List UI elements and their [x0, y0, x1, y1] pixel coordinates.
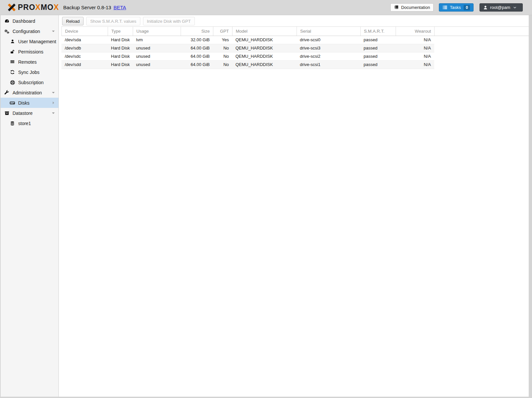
- grid-body: /dev/sdaHard Disklvm32.00 GiBYesQEMU_HAR…: [61, 36, 529, 69]
- app-window: PROXMOX Backup Server 0.8-13 BETA Docume…: [0, 0, 532, 398]
- hdd-icon: [10, 100, 15, 106]
- column-header-usage[interactable]: Usage: [133, 27, 181, 36]
- chevron-down-icon: [513, 6, 517, 10]
- sidebar-item-label: Permissions: [18, 49, 43, 54]
- chevron-down-icon[interactable]: [52, 29, 55, 33]
- sidebar-item-label: User Management: [18, 39, 56, 44]
- sidebar-item-datastore[interactable]: Datastore: [1, 108, 58, 118]
- chevron-right-icon[interactable]: [52, 101, 55, 105]
- table-row-dev-sdd[interactable]: /dev/sddHard Diskunused64.00 GiBNoQEMU_H…: [61, 61, 434, 69]
- column-header-device[interactable]: Device: [62, 27, 108, 36]
- sidebar-item-label: Remotes: [18, 59, 37, 65]
- sidebar-item-store1[interactable]: store1: [1, 118, 58, 128]
- cell-serial: drive-scsi2: [297, 52, 360, 60]
- cell-usage: unused: [133, 52, 181, 60]
- cell-gpt: No: [213, 52, 232, 60]
- cell-size: 64.00 GiB: [181, 44, 213, 52]
- column-header-type[interactable]: Type: [108, 27, 133, 36]
- cell-s-m-a-r-t: passed: [360, 44, 396, 52]
- sidebar-item-remotes[interactable]: Remotes: [1, 57, 58, 67]
- cell-s-m-a-r-t: passed: [360, 61, 396, 69]
- toolbar: Reload Show S.M.A.R.T. values Initialize…: [59, 15, 529, 26]
- user-menu-button[interactable]: root@pam: [479, 3, 523, 12]
- cell-size: 32.00 GiB: [181, 36, 213, 44]
- cell-serial: drive-scsi3: [297, 44, 360, 52]
- sidebar-item-administration[interactable]: Administration: [1, 87, 58, 98]
- reload-button[interactable]: Reload: [62, 17, 84, 25]
- cell-gpt: Yes: [213, 36, 232, 44]
- proxmox-logo: PROXMOX: [7, 3, 59, 12]
- product-title: Backup Server 0.8-13: [63, 5, 111, 10]
- sidebar-item-user-management[interactable]: User Management: [1, 36, 58, 47]
- table-row-dev-sdb[interactable]: /dev/sdbHard Diskunused64.00 GiBNoQEMU_H…: [61, 44, 434, 52]
- cell-model: QEMU_HARDDISK: [232, 44, 297, 52]
- cell-wearout: N/A: [396, 61, 434, 69]
- tasks-button[interactable]: Tasks 0: [439, 3, 474, 12]
- list-bars-icon: [10, 59, 15, 65]
- chevron-down-icon[interactable]: [52, 111, 55, 115]
- cell-model: QEMU_HARDDISK: [232, 61, 297, 69]
- dashboard-icon: [4, 18, 10, 24]
- sidebar-item-label: Disks: [18, 100, 29, 106]
- sidebar-item-label: Administration: [13, 90, 42, 95]
- column-header-gpt[interactable]: GPT: [213, 27, 232, 36]
- cell-serial: drive-scsi0: [297, 36, 360, 44]
- cell-gpt: No: [213, 44, 232, 52]
- cell-size: 64.00 GiB: [181, 61, 213, 69]
- sidebar-item-label: Datastore: [13, 111, 33, 116]
- sidebar-item-label: store1: [18, 121, 31, 126]
- grid-header: DeviceTypeUsageSizeGPTModelSerialS.M.A.R…: [61, 26, 529, 36]
- cell-usage: lvm: [133, 36, 181, 44]
- column-header-model[interactable]: Model: [232, 27, 297, 36]
- cell-usage: unused: [133, 44, 181, 52]
- column-header-s-m-a-r-t[interactable]: S.M.A.R.T.: [361, 27, 396, 36]
- cell-device: /dev/sda: [61, 36, 108, 44]
- life-ring-icon: [10, 80, 15, 85]
- documentation-button[interactable]: Documentation: [390, 3, 434, 12]
- cell-type: Hard Disk: [108, 36, 133, 44]
- cell-s-m-a-r-t: passed: [360, 36, 396, 44]
- disks-grid: DeviceTypeUsageSizeGPTModelSerialS.M.A.R…: [61, 26, 529, 397]
- gears-icon: [4, 29, 10, 34]
- cell-serial: drive-scsi1: [297, 61, 360, 69]
- tasks-count-badge: 0: [464, 5, 470, 10]
- cell-device: /dev/sdc: [61, 52, 108, 60]
- sidebar-item-label: Subscription: [18, 80, 44, 85]
- sidebar-item-disks[interactable]: Disks: [1, 98, 58, 108]
- tasks-label: Tasks: [450, 5, 461, 10]
- sidebar-item-label: Dashboard: [13, 18, 35, 24]
- cell-size: 64.00 GiB: [181, 52, 213, 60]
- sidebar-item-dashboard[interactable]: Dashboard: [1, 16, 58, 26]
- column-header-filler: [435, 27, 529, 36]
- database-icon: [10, 121, 15, 126]
- column-header-wearout[interactable]: Wearout: [396, 27, 435, 36]
- sidebar-item-subscription[interactable]: Subscription: [1, 77, 58, 87]
- book-icon: [394, 5, 399, 10]
- chevron-down-icon[interactable]: [52, 91, 55, 94]
- task-list-icon: [443, 5, 447, 10]
- sidebar-item-sync-jobs[interactable]: Sync Jobs: [1, 67, 58, 77]
- column-header-serial[interactable]: Serial: [297, 27, 361, 36]
- column-header-size[interactable]: Size: [181, 27, 213, 36]
- wordmark-segment: X: [53, 3, 59, 12]
- user-icon: [10, 39, 15, 44]
- cell-wearout: N/A: [396, 36, 434, 44]
- cell-type: Hard Disk: [108, 52, 133, 60]
- top-bar: PROXMOX Backup Server 0.8-13 BETA Docume…: [0, 0, 532, 15]
- content-panel: Reload Show S.M.A.R.T. values Initialize…: [59, 15, 529, 397]
- documentation-label: Documentation: [401, 5, 430, 10]
- cell-usage: unused: [133, 61, 181, 69]
- initialize-disk-gpt-button[interactable]: Initialize Disk with GPT: [143, 17, 195, 25]
- show-smart-values-button[interactable]: Show S.M.A.R.T. values: [86, 17, 140, 25]
- beta-link[interactable]: BETA: [114, 5, 126, 10]
- cell-model: QEMU_HARDDISK: [232, 52, 297, 60]
- cell-model: QEMU_HARDDISK: [232, 36, 297, 44]
- table-row-dev-sdc[interactable]: /dev/sdcHard Diskunused64.00 GiBNoQEMU_H…: [61, 52, 434, 61]
- table-row-dev-sda[interactable]: /dev/sdaHard Disklvm32.00 GiBYesQEMU_HAR…: [61, 36, 434, 44]
- unlock-icon: [10, 49, 15, 54]
- sidebar-item-permissions[interactable]: Permissions: [1, 47, 58, 57]
- wordmark-segment: MO: [41, 3, 53, 12]
- cell-type: Hard Disk: [108, 44, 133, 52]
- main-area: DashboardConfigurationUser ManagementPer…: [1, 15, 529, 397]
- sidebar-item-configuration[interactable]: Configuration: [1, 26, 58, 36]
